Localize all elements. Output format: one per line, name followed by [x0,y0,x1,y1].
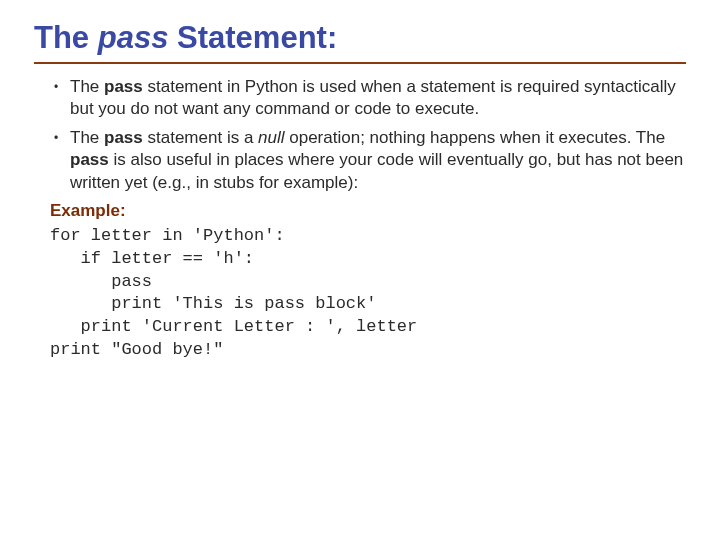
bullet1-post: statement in Python is used when a state… [70,77,676,118]
code-line: print 'Current Letter : ', letter [50,316,686,339]
bullet-dot-icon: • [54,127,70,194]
bullet2-keyword2: pass [70,150,109,169]
bullet2-mid2: operation; nothing happens when it execu… [285,128,666,147]
bullet-item: • The pass statement in Python is used w… [54,76,686,121]
title-pre: The [34,20,98,55]
bullet-item: • The pass statement is a null operation… [54,127,686,194]
bullet1-keyword: pass [104,77,143,96]
title-post: Statement: [168,20,337,55]
bullet-dot-icon: • [54,76,70,121]
bullet1-pre: The [70,77,104,96]
bullet2-pre: The [70,128,104,147]
example-label: Example: [50,200,686,222]
code-line: pass [50,271,686,294]
title-underline [34,62,686,64]
bullet2-post: is also useful in places where your code… [70,150,683,191]
code-line: for letter in 'Python': [50,225,686,248]
code-line: if letter == 'h': [50,248,686,271]
bullet2-keyword1: pass [104,128,143,147]
bullet-text: The pass statement is a null operation; … [70,127,686,194]
code-line: print 'This is pass block' [50,293,686,316]
code-block: for letter in 'Python': if letter == 'h'… [50,225,686,363]
slide-title: The pass Statement: [34,20,686,56]
code-line: print "Good bye!" [50,339,686,362]
bullet-text: The pass statement in Python is used whe… [70,76,686,121]
bullet2-null: null [258,128,284,147]
title-keyword: pass [98,20,169,55]
slide: The pass Statement: • The pass statement… [0,0,720,540]
bullet2-mid1: statement is a [143,128,258,147]
slide-body: • The pass statement in Python is used w… [34,76,686,362]
